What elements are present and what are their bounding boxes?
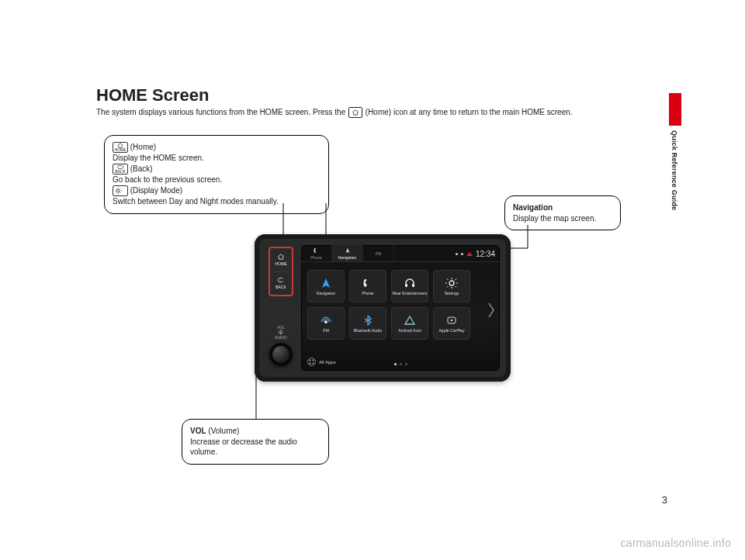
svg-point-12 [313,360,314,361]
navigation-icon [320,278,332,289]
phone-icon [362,278,374,289]
tab-label: Phone [310,255,321,260]
volume-knob[interactable] [269,343,293,366]
status-bar: 12:34 [456,245,495,262]
status-dot-icon [461,253,463,255]
svg-point-8 [324,320,327,323]
manual-page: Quick Reference Guide HOME Screen The sy… [0,0,745,560]
app-navigation[interactable]: Navigation [307,270,345,302]
watermark: carmanualsonline.info [621,537,732,549]
svg-point-10 [451,319,452,320]
clock: 12:34 [476,250,495,258]
tab-navigation[interactable]: Navigation [332,245,363,261]
app-label: FM [323,328,329,333]
hw-back-label: BACK [275,285,286,289]
app-label: Android Auto [398,328,421,333]
chevron-right-icon[interactable] [486,299,497,321]
unit-left-panel: HOME BACK VOL ⏻ AUDIO [269,245,295,371]
status-dot-icon [456,253,458,255]
app-label: Phone [362,291,373,296]
app-rear-entertainment[interactable]: Rear Entertainment [391,270,428,302]
app-settings[interactable]: Settings [433,270,470,302]
phone-icon [313,247,321,254]
volume-area: VOL ⏻ AUDIO [269,325,293,366]
page-dot [400,363,402,365]
tab-phone[interactable]: Phone [301,245,332,261]
app-fm[interactable]: FM [307,307,345,340]
touchscreen[interactable]: Phone Navigation FM 12:34 Navi [301,245,500,371]
android-auto-icon [404,315,416,327]
app-label: Settings [445,291,459,296]
page-number: 3 [662,494,667,506]
page-indicator [301,363,500,365]
bluetooth-icon [362,315,374,327]
svg-rect-6 [412,284,414,287]
svg-rect-5 [405,284,407,287]
gear-icon [445,278,458,289]
page-dot-active [394,363,397,365]
infotainment-unit: HOME BACK VOL ⏻ AUDIO Phone [255,234,511,382]
back-icon [277,277,285,284]
radio-icon [320,315,332,327]
svg-point-7 [449,281,454,285]
app-label: Navigation [317,291,336,296]
app-label: Apple CarPlay [438,328,464,333]
hw-home-button[interactable]: HOME [270,248,292,272]
home-icon [277,254,285,261]
vol-label-bottom: AUDIO [269,335,293,340]
hardware-buttons: HOME BACK [269,247,293,296]
power-icon: ⏻ [269,330,293,335]
app-grid: Navigation Phone Rear Entertainment Sett… [301,262,500,340]
page-dot [405,363,407,365]
app-bluetooth-audio[interactable]: Bluetooth Audio [349,307,386,340]
app-label: Bluetooth Audio [354,328,382,333]
tab-label: Navigation [338,255,357,260]
app-android-auto[interactable]: Android Auto [391,307,428,340]
carplay-icon [445,315,458,327]
tab-label: FM [376,251,381,256]
svg-point-11 [310,360,311,361]
tab-fm[interactable]: FM [363,245,394,261]
app-apple-carplay[interactable]: Apple CarPlay [433,307,470,340]
navigation-icon [344,247,352,254]
hw-home-label: HOME [275,261,287,266]
headphones-icon [404,278,416,289]
app-phone[interactable]: Phone [349,270,386,302]
app-label: Rear Entertainment [393,291,428,296]
hw-back-button[interactable]: BACK [270,272,292,296]
warning-icon [466,252,473,256]
